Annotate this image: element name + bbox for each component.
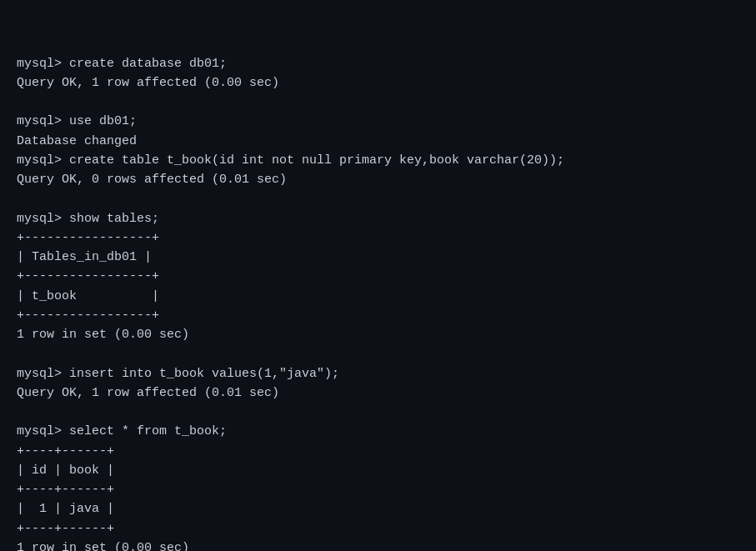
terminal-window: mysql> create database db01;Query OK, 1 …: [0, 0, 756, 551]
terminal-line: mysql> show tables;: [17, 209, 739, 228]
terminal-line: mysql> use db01;: [17, 112, 739, 131]
terminal-line: | Tables_in_db01 |: [17, 248, 739, 267]
terminal-line: +----+------+: [17, 480, 739, 499]
terminal-line: Query OK, 0 rows affected (0.01 sec): [17, 170, 739, 189]
terminal-line: +----+------+: [17, 519, 739, 538]
terminal-line: +-----------------+: [17, 306, 739, 325]
terminal-line: 1 row in set (0.00 sec): [17, 538, 739, 551]
terminal-line: | 1 | java |: [17, 499, 739, 518]
terminal-line: Query OK, 1 row affected (0.01 sec): [17, 383, 739, 403]
terminal-line: mysql> select * from t_book;: [17, 422, 739, 441]
terminal-line: mysql> create database db01;: [17, 54, 739, 73]
terminal-line: +-----------------+: [17, 267, 739, 286]
terminal-line: [17, 93, 739, 112]
terminal-line: mysql> insert into t_book values(1,"java…: [17, 364, 739, 383]
terminal-line: Query OK, 1 row affected (0.00 sec): [17, 73, 739, 93]
terminal-line: [17, 189, 739, 208]
terminal-line: | t_book |: [17, 287, 739, 306]
terminal-line: 1 row in set (0.00 sec): [17, 325, 739, 344]
terminal-line: Database changed: [17, 132, 739, 151]
terminal-line: mysql> create table t_book(id int not nu…: [17, 151, 739, 170]
terminal-line: | id | book |: [17, 461, 739, 480]
terminal-line: [17, 403, 739, 422]
terminal-output: mysql> create database db01;Query OK, 1 …: [17, 54, 739, 552]
terminal-line: [17, 344, 739, 363]
terminal-line: +----+------+: [17, 442, 739, 461]
terminal-line: +-----------------+: [17, 228, 739, 248]
